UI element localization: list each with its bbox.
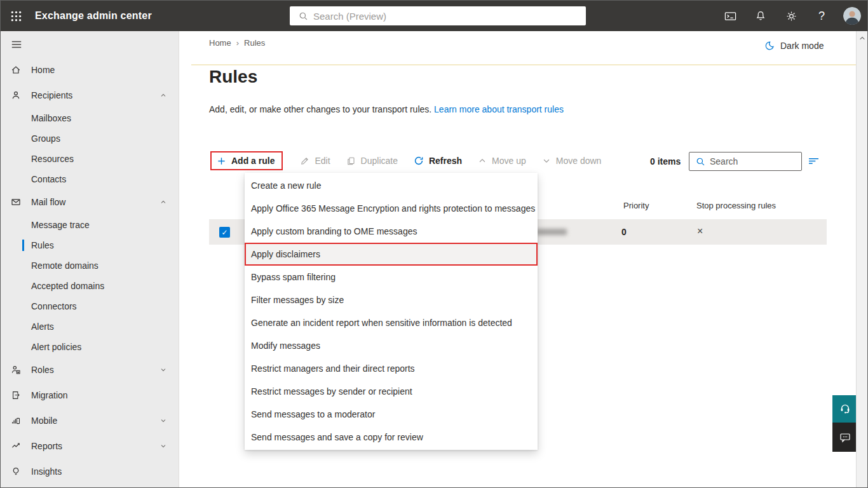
row-checkbox-checked[interactable]: ✓ bbox=[219, 227, 230, 238]
rules-search-box[interactable] bbox=[689, 152, 802, 171]
dropdown-menu-item[interactable]: Generate an incident report when sensiti… bbox=[245, 311, 538, 334]
avatar bbox=[843, 7, 861, 25]
sidebar-item-mail-flow[interactable]: Mail flow bbox=[1, 189, 179, 215]
rules-search-input[interactable] bbox=[710, 156, 797, 166]
account-avatar[interactable] bbox=[837, 1, 867, 31]
exchange-admin-center-window: Exchange admin center bbox=[0, 0, 868, 488]
dropdown-menu-item-apply-disclaimers[interactable]: Apply disclaimers bbox=[245, 243, 538, 266]
chevron-up-icon[interactable] bbox=[159, 198, 167, 206]
moon-icon bbox=[764, 41, 775, 51]
dropdown-menu-item[interactable]: Apply custom branding to OME messages bbox=[245, 220, 538, 243]
support-button[interactable] bbox=[832, 395, 858, 423]
sidebar-item-alert-policies[interactable]: Alert policies bbox=[1, 337, 179, 357]
sidebar-item-connectors[interactable]: Connectors bbox=[1, 296, 179, 316]
sidebar-item-rules[interactable]: Rules bbox=[1, 235, 179, 255]
dropdown-menu-item[interactable]: Send messages to a moderator bbox=[245, 403, 538, 426]
rules-toolbar: Add a rule Edit Duplicate Refresh Move u… bbox=[210, 149, 601, 172]
stop-processing-x-icon: × bbox=[697, 226, 703, 237]
top-app-bar: Exchange admin center bbox=[1, 1, 867, 31]
breadcrumb: Home › Rules bbox=[209, 38, 265, 48]
refresh-icon bbox=[414, 156, 424, 166]
sidebar-item-resources[interactable]: Resources bbox=[1, 149, 179, 169]
search-icon bbox=[696, 157, 705, 166]
chevron-down-icon[interactable] bbox=[159, 442, 167, 450]
feedback-button[interactable] bbox=[832, 423, 858, 452]
sidebar-item-migration[interactable]: Migration bbox=[1, 383, 179, 408]
dropdown-menu-item[interactable]: Create a new rule bbox=[245, 174, 538, 197]
reports-trend-chart-icon bbox=[11, 441, 21, 451]
nav-collapse-hamburger-icon[interactable] bbox=[1, 31, 179, 57]
chevron-up-icon bbox=[478, 156, 487, 165]
move-up-button[interactable]: Move up bbox=[478, 156, 526, 166]
copy-icon bbox=[346, 156, 356, 166]
filter-lines-icon[interactable] bbox=[808, 156, 820, 166]
vertical-scrollbar[interactable] bbox=[856, 31, 867, 487]
items-count: 0 items bbox=[650, 156, 681, 166]
breadcrumb-separator: › bbox=[236, 38, 239, 48]
home-icon bbox=[11, 65, 21, 75]
settings-gear-icon[interactable] bbox=[776, 1, 806, 31]
page-title: Rules bbox=[209, 67, 257, 87]
dropdown-menu-item[interactable]: Bypass spam filtering bbox=[245, 266, 538, 288]
sidebar-item-mobile[interactable]: Mobile bbox=[1, 408, 179, 433]
app-title: Exchange admin center bbox=[35, 10, 152, 22]
dropdown-menu-item[interactable]: Apply Office 365 Message Encryption and … bbox=[245, 197, 538, 220]
sidebar-item-home[interactable]: Home bbox=[1, 57, 179, 83]
sidebar-item-accepted-domains[interactable]: Accepted domains bbox=[1, 276, 179, 296]
chevron-down-icon[interactable] bbox=[159, 366, 167, 374]
notifications-bell-icon[interactable] bbox=[745, 1, 776, 31]
sidebar-item-roles[interactable]: Roles bbox=[1, 357, 179, 383]
move-down-button[interactable]: Move down bbox=[542, 156, 602, 166]
sidebar-item-recipients[interactable]: Recipients bbox=[1, 83, 179, 108]
search-icon bbox=[299, 11, 308, 21]
sidebar-item-mailboxes[interactable]: Mailboxes bbox=[1, 108, 179, 128]
left-navigation: Home Recipients Mailboxes Groups Resourc… bbox=[1, 31, 179, 487]
rule-priority-value: 0 bbox=[621, 227, 627, 237]
sidebar-item-groups[interactable]: Groups bbox=[1, 128, 179, 149]
migration-page-arrow-icon bbox=[11, 390, 21, 400]
topbar-actions: ? bbox=[715, 1, 867, 31]
sidebar-item-alerts[interactable]: Alerts bbox=[1, 316, 179, 337]
mail-icon bbox=[11, 197, 21, 207]
breadcrumb-current-page: Rules bbox=[244, 38, 265, 48]
selected-indicator bbox=[22, 240, 24, 251]
dropdown-menu-item[interactable]: Restrict managers and their direct repor… bbox=[245, 357, 538, 380]
help-icon[interactable]: ? bbox=[806, 1, 837, 31]
feedback-chat-icon bbox=[839, 431, 851, 444]
header-divider bbox=[191, 64, 856, 65]
breadcrumb-home-link[interactable]: Home bbox=[209, 38, 231, 48]
person-icon bbox=[11, 90, 21, 100]
scrollbar-up-arrow-icon[interactable] bbox=[858, 34, 866, 42]
dropdown-menu-item[interactable]: Filter messages by size bbox=[245, 288, 538, 311]
edit-button[interactable]: Edit bbox=[300, 156, 330, 166]
page-description: Add, edit, or make other changes to your… bbox=[209, 104, 564, 114]
pencil-icon bbox=[300, 156, 309, 166]
mobile-device-chart-icon bbox=[11, 416, 21, 426]
add-rule-dropdown-menu: Create a new rule Apply Office 365 Messa… bbox=[245, 173, 538, 450]
sidebar-item-insights[interactable]: Insights bbox=[1, 459, 179, 484]
redacted-rule-name bbox=[536, 229, 567, 235]
duplicate-button[interactable]: Duplicate bbox=[346, 156, 398, 166]
add-rule-button[interactable]: Add a rule bbox=[210, 151, 283, 170]
dark-mode-toggle[interactable]: Dark mode bbox=[764, 41, 824, 51]
sidebar-item-contacts[interactable]: Contacts bbox=[1, 169, 179, 189]
powershell-terminal-icon[interactable] bbox=[715, 1, 745, 31]
sidebar-item-message-trace[interactable]: Message trace bbox=[1, 215, 179, 235]
column-header-stop-processing: Stop processing rules bbox=[696, 201, 776, 210]
headset-icon bbox=[839, 403, 851, 416]
column-header-priority: Priority bbox=[623, 201, 649, 210]
dropdown-menu-item[interactable]: Send messages and save a copy for review bbox=[245, 426, 538, 449]
learn-more-link[interactable]: Learn more about transport rules bbox=[434, 104, 564, 114]
roles-person-badge-icon bbox=[11, 365, 21, 375]
plus-icon bbox=[217, 156, 226, 166]
dropdown-menu-item[interactable]: Modify messages bbox=[245, 334, 538, 357]
sidebar-item-remote-domains[interactable]: Remote domains bbox=[1, 255, 179, 276]
global-search-box[interactable] bbox=[290, 6, 586, 25]
sidebar-item-reports[interactable]: Reports bbox=[1, 433, 179, 459]
app-launcher-waffle-icon[interactable] bbox=[1, 1, 31, 31]
global-search-input[interactable] bbox=[313, 11, 581, 22]
dropdown-menu-item[interactable]: Restrict messages by sender or recipient bbox=[245, 380, 538, 403]
chevron-up-icon[interactable] bbox=[159, 92, 167, 99]
chevron-down-icon[interactable] bbox=[159, 417, 167, 424]
refresh-button[interactable]: Refresh bbox=[414, 156, 462, 166]
